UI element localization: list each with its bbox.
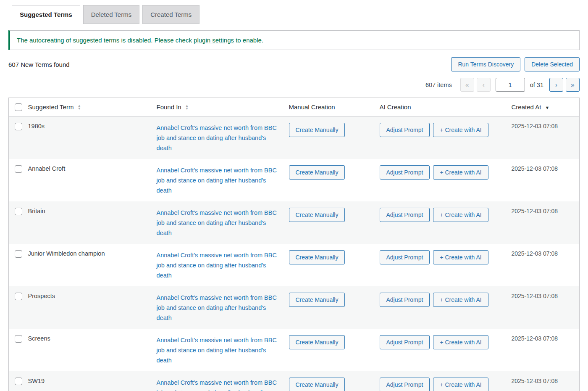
found-in-link[interactable]: Annabel Croft's massive net worth from B… [157, 378, 278, 391]
term-cell: Annabel Croft [28, 165, 66, 172]
next-page-button[interactable]: › [549, 78, 563, 92]
adjust-prompt-button[interactable]: Adjust Prompt [380, 208, 430, 222]
found-in-link[interactable]: Annabel Croft's massive net worth from B… [157, 123, 278, 153]
sort-header-suggested-term[interactable]: Suggested Term ▲ ▼ [24, 98, 152, 116]
suggested-terms-table: Suggested Term ▲ ▼ Found In ▲ ▼ Manual C… [8, 98, 580, 391]
create-manually-button[interactable]: Create Manually [289, 123, 345, 137]
adjust-prompt-button[interactable]: Adjust Prompt [380, 335, 430, 349]
create-manually-button[interactable]: Create Manually [289, 165, 345, 180]
create-manually-button[interactable]: Create Manually [289, 293, 345, 307]
row-checkbox[interactable] [15, 335, 22, 343]
found-in-link[interactable]: Annabel Croft's massive net worth from B… [157, 293, 278, 323]
created-at-cell: 2025-12-03 07:08 [512, 378, 558, 384]
table-body: 1980s Annabel Croft's massive net worth … [9, 116, 580, 391]
tab-created-terms[interactable]: Created Terms [142, 5, 200, 24]
plugin-settings-link[interactable]: plugin settings [194, 37, 234, 44]
sort-header-found-in[interactable]: Found In ▲ ▼ [152, 98, 285, 116]
created-at-cell: 2025-12-03 07:08 [512, 250, 558, 257]
create-with-ai-button[interactable]: + Create with AI [433, 378, 488, 391]
header-label: AI Creation [380, 103, 411, 111]
header-label: Found In [157, 103, 181, 111]
row-checkbox[interactable] [15, 165, 22, 173]
created-at-cell: 2025-12-03 07:08 [512, 208, 558, 214]
items-count: 607 items [425, 82, 452, 88]
tab-bar: Suggested Terms Deleted Terms Created Te… [8, 5, 580, 24]
select-all-header [9, 98, 24, 116]
created-at-cell: 2025-12-03 07:08 [512, 335, 558, 342]
sort-desc-icon: ▼ [78, 108, 81, 111]
term-cell: Screens [28, 335, 50, 342]
select-all-checkbox[interactable] [15, 103, 22, 111]
create-with-ai-button[interactable]: + Create with AI [433, 335, 488, 349]
table-row: SW19 Annabel Croft's massive net worth f… [9, 371, 580, 391]
create-with-ai-button[interactable]: + Create with AI [433, 165, 488, 180]
sort-desc-icon: ▼ [545, 105, 550, 110]
header-ai-creation: AI Creation [375, 98, 507, 116]
create-manually-button[interactable]: Create Manually [289, 250, 345, 264]
page: Suggested Terms Deleted Terms Created Te… [0, 0, 588, 391]
sort-icons: ▲ ▼ [78, 105, 81, 111]
toolbar-buttons: Run Terms Discovery Delete Selected [451, 57, 580, 71]
create-with-ai-button[interactable]: + Create with AI [433, 250, 488, 264]
tab-label: Suggested Terms [20, 11, 72, 18]
delete-selected-button[interactable]: Delete Selected [525, 57, 580, 71]
create-manually-button[interactable]: Create Manually [289, 208, 345, 222]
table-header: Suggested Term ▲ ▼ Found In ▲ ▼ Manual C… [9, 98, 580, 116]
row-checkbox[interactable] [15, 293, 22, 300]
adjust-prompt-button[interactable]: Adjust Prompt [380, 378, 430, 391]
first-page-button[interactable]: « [460, 78, 474, 92]
term-cell: 1980s [28, 123, 45, 129]
table-row: Annabel Croft Annabel Croft's massive ne… [9, 159, 580, 201]
header-manual-creation: Manual Creation [285, 98, 375, 116]
tab-deleted-terms[interactable]: Deleted Terms [83, 5, 139, 24]
create-with-ai-button[interactable]: + Create with AI [433, 208, 488, 222]
last-page-button[interactable]: » [566, 78, 580, 92]
table-row: Screens Annabel Croft's massive net wort… [9, 329, 580, 371]
create-manually-button[interactable]: Create Manually [289, 335, 345, 349]
toolbar: 607 New Terms found Run Terms Discovery … [8, 57, 580, 71]
term-cell: SW19 [28, 378, 45, 384]
created-at-cell: 2025-12-03 07:08 [512, 123, 558, 129]
created-at-cell: 2025-12-03 07:08 [512, 293, 558, 299]
pagination: 607 items « ‹ of 31 › » [8, 78, 580, 92]
tab-label: Created Terms [150, 11, 192, 18]
term-cell: Junior Wimbledon champion [28, 250, 105, 257]
term-cell: Prospects [28, 293, 55, 299]
row-checkbox[interactable] [15, 123, 22, 130]
tab-suggested-terms[interactable]: Suggested Terms [12, 5, 80, 24]
total-pages-label: of 31 [530, 82, 543, 88]
sort-icons: ▲ ▼ [185, 105, 189, 111]
header-label: Suggested Term [28, 103, 74, 111]
create-manually-button[interactable]: Create Manually [289, 378, 345, 391]
found-in-link[interactable]: Annabel Croft's massive net worth from B… [157, 165, 278, 196]
table-row: Junior Wimbledon champion Annabel Croft'… [9, 244, 580, 286]
current-page-input[interactable] [496, 78, 525, 92]
adjust-prompt-button[interactable]: Adjust Prompt [380, 165, 430, 180]
created-at-cell: 2025-12-03 07:08 [512, 165, 558, 172]
found-in-link[interactable]: Annabel Croft's massive net worth from B… [157, 208, 278, 238]
row-checkbox[interactable] [15, 378, 22, 385]
tab-label: Deleted Terms [91, 11, 131, 18]
term-cell: Britain [28, 208, 45, 214]
row-checkbox[interactable] [15, 250, 22, 258]
adjust-prompt-button[interactable]: Adjust Prompt [380, 123, 430, 137]
table-row: Prospects Annabel Croft's massive net wo… [9, 286, 580, 329]
sort-desc-icon: ▼ [185, 108, 189, 111]
found-in-link[interactable]: Annabel Croft's massive net worth from B… [157, 250, 278, 280]
header-label: Created At [512, 103, 541, 111]
table-row: 1980s Annabel Croft's massive net worth … [9, 116, 580, 159]
found-in-link[interactable]: Annabel Croft's massive net worth from B… [157, 335, 278, 365]
prev-page-button[interactable]: ‹ [477, 78, 491, 92]
header-label: Manual Creation [289, 103, 335, 111]
run-terms-discovery-button[interactable]: Run Terms Discovery [451, 57, 520, 71]
terms-found-count: 607 New Terms found [8, 61, 70, 68]
sort-header-created-at[interactable]: Created At ▼ [507, 98, 580, 116]
create-with-ai-button[interactable]: + Create with AI [433, 123, 488, 137]
table-row: Britain Annabel Croft's massive net wort… [9, 201, 580, 244]
row-checkbox[interactable] [15, 208, 22, 215]
adjust-prompt-button[interactable]: Adjust Prompt [380, 293, 430, 307]
create-with-ai-button[interactable]: + Create with AI [433, 293, 488, 307]
notice-banner: The autocreating of suggested terms is d… [8, 30, 580, 50]
adjust-prompt-button[interactable]: Adjust Prompt [380, 250, 430, 264]
notice-text-after: to enable. [234, 37, 263, 44]
